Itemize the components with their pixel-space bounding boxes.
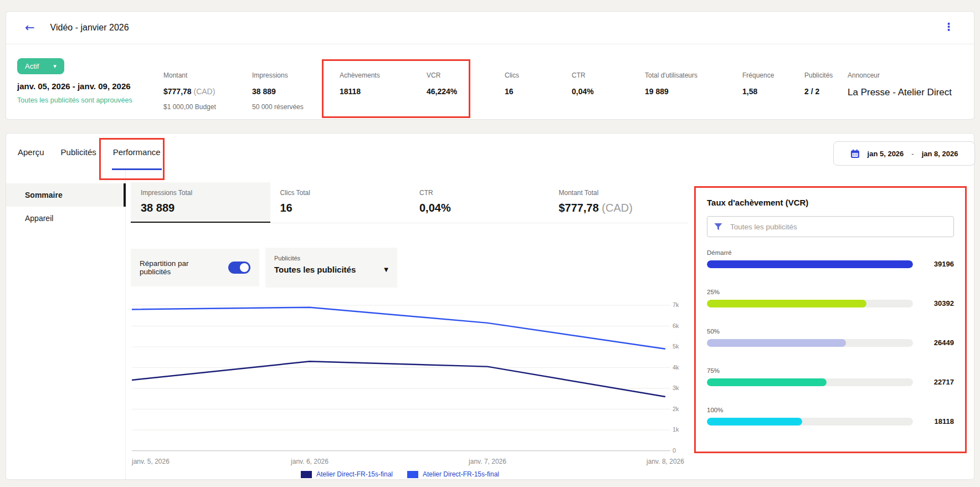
approval-status: Toutes les publicités sont approuvées — [17, 96, 150, 104]
vcr-row-50: 50% 26449 — [707, 328, 954, 367]
y-tick: 3k — [673, 385, 679, 391]
stat-publicites: Publicités 2 / 2 — [804, 71, 833, 96]
y-tick: 5k — [673, 343, 679, 350]
chart-line — [132, 361, 665, 397]
date-separator: - — [911, 150, 914, 158]
performance-card: Aperçu Publicités Performance jan 5, 202… — [6, 133, 974, 480]
stat-utilisateurs: Total d'utilisateurs 19 889 — [645, 71, 697, 96]
chart-line — [132, 307, 665, 349]
chevron-down-icon: ▾ — [53, 63, 57, 69]
status-column: Actif ▾ janv. 05, 2026 - janv. 09, 2026 … — [17, 58, 150, 104]
filter-funnel-icon — [714, 223, 722, 230]
legend-item: Atelier Direct-FR-15s-final — [301, 470, 393, 478]
date-end: jan 8, 2026 — [922, 150, 958, 158]
vcr-row-25: 25% 30392 — [707, 289, 954, 328]
legend-swatch-blue — [407, 471, 418, 478]
tab-bar: Aperçu Publicités Performance — [17, 134, 162, 170]
tab-apercu[interactable]: Aperçu — [17, 134, 45, 170]
metric-cards-row: Impressions Total 38 889 Clics Total 16 … — [131, 182, 688, 223]
header-top-row: ← Vidéo - janvier 2026 ⋮ — [6, 12, 974, 44]
kebab-menu-icon[interactable]: ⋮ — [943, 20, 954, 33]
dropdown-label: Publicités — [274, 255, 388, 262]
metric-row-divider — [131, 223, 688, 223]
stat-clics: Clics 16 — [505, 71, 519, 96]
vcr-bar-fill — [707, 339, 846, 347]
stat-impressions: Impressions 38 889 50 000 réservées — [252, 71, 304, 111]
sidebar-item-sommaire[interactable]: Sommaire — [6, 183, 125, 207]
vcr-completion-panel: Taux d'achèvement (VCR) Démarré 39196 25… — [694, 186, 967, 453]
y-tick: 4k — [673, 364, 679, 371]
active-indicator — [124, 183, 126, 207]
sidebar-item-appareil[interactable]: Appareil — [6, 207, 125, 230]
vcr-bar-fill — [707, 300, 866, 307]
impressions-line-chart: 7k 6k 5k 4k 3k 2k 1k 0 janv. 5, 2026 jan… — [132, 266, 691, 474]
back-arrow-icon[interactable]: ← — [25, 22, 35, 34]
stat-frequence: Fréquence 1,58 — [742, 71, 774, 96]
y-tick: 2k — [673, 406, 679, 412]
flight-dates: janv. 05, 2026 - janv. 09, 2026 — [17, 81, 150, 91]
vcr-row-100: 100% 18118 — [707, 407, 954, 446]
vcr-row-demarre: Démarré 39196 — [707, 249, 954, 289]
chart-legend: Atelier Direct-FR-15s-final Atelier Dire… — [132, 470, 668, 478]
y-tick: 6k — [673, 322, 679, 329]
vcr-filter-input[interactable] — [729, 222, 947, 232]
stat-ctr: CTR 0,04% — [572, 71, 594, 96]
stat-achevements: Achèvements 18118 — [340, 71, 380, 96]
x-axis-label: janv. 8, 2026 — [647, 458, 684, 465]
metric-card-impressions[interactable]: Impressions Total 38 889 — [131, 182, 270, 223]
stat-vcr: VCR 46,224% — [427, 71, 457, 96]
status-badge-label: Actif — [25, 62, 39, 70]
x-axis-label: janv. 6, 2026 — [291, 458, 329, 465]
legend-item: Atelier Direct-FR-15s-final — [407, 470, 499, 478]
legend-swatch-navy — [301, 471, 312, 478]
vcr-bar-fill — [707, 418, 802, 426]
page-title: Vidéo - janvier 2026 — [50, 23, 129, 33]
chart-canvas — [132, 266, 691, 455]
campaign-header-card: ← Vidéo - janvier 2026 ⋮ Actif ▾ janv. 0… — [6, 11, 974, 120]
tab-publicites[interactable]: Publicités — [60, 134, 98, 170]
status-badge[interactable]: Actif ▾ — [17, 58, 64, 74]
y-tick: 1k — [673, 426, 679, 433]
y-tick: 7k — [673, 301, 679, 308]
calendar-icon — [850, 149, 860, 158]
stat-montant: Montant $777,78 (CAD) $1 000,00 Budget — [163, 71, 216, 111]
x-axis-label: janv. 5, 2026 — [132, 458, 170, 465]
vcr-row-75: 75% 22717 — [707, 367, 954, 407]
vcr-filter-box — [707, 216, 954, 237]
vcr-panel-title: Taux d'achèvement (VCR) — [707, 198, 954, 207]
metric-card-montant[interactable]: Montant Total $777,78 (CAD) — [549, 182, 689, 223]
date-start: jan 5, 2026 — [868, 150, 904, 158]
performance-sidebar: Sommaire Appareil — [6, 170, 126, 479]
tab-performance[interactable]: Performance — [112, 134, 162, 170]
vcr-bars: Démarré 39196 25% 30392 50% 26449 — [707, 249, 954, 446]
x-axis-label: janv. 7, 2026 — [469, 458, 506, 465]
y-tick: 0 — [673, 447, 676, 454]
vcr-bar-fill — [707, 260, 913, 268]
metric-card-ctr[interactable]: CTR 0,04% — [409, 182, 549, 223]
vcr-bar-fill — [707, 378, 827, 386]
date-range-picker[interactable]: jan 5, 2026 - jan 8, 2026 — [833, 141, 975, 166]
stat-annonceur: Annonceur La Presse - Atelier Direct — [848, 71, 952, 98]
metric-card-clics[interactable]: Clics Total 16 — [270, 182, 410, 223]
